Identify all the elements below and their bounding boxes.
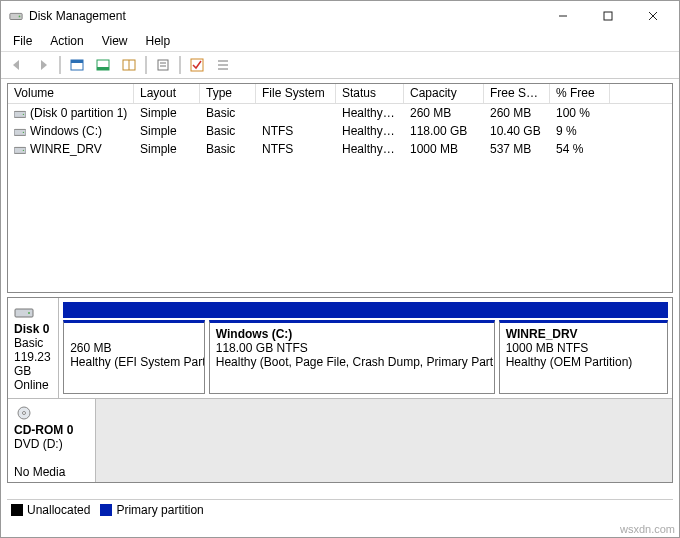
watermark: wsxdn.com [620,523,675,535]
legend-primary-label: Primary partition [116,503,203,517]
legend: Unallocated Primary partition [7,499,673,519]
volume-name: (Disk 0 partition 1) [30,106,127,120]
partition-title: WINRE_DRV [506,327,661,341]
volume-fs: NTFS [256,123,336,139]
window-title: Disk Management [29,9,540,23]
view-split-button[interactable] [117,54,141,76]
view-top-button[interactable] [65,54,89,76]
app-icon [9,9,23,23]
volume-fs: NTFS [256,141,336,157]
volume-type: Basic [200,141,256,157]
back-button[interactable] [5,54,29,76]
volume-free: 260 MB [484,105,550,121]
legend-unallocated-label: Unallocated [27,503,90,517]
close-button[interactable] [630,1,675,31]
svg-rect-25 [15,309,33,317]
svg-rect-15 [191,59,203,71]
volume-row[interactable]: Windows (C:)SimpleBasicNTFSHealthy (B...… [8,122,672,140]
partition-sub: 260 MB [70,341,198,355]
col-type[interactable]: Type [200,84,256,103]
partition-detail: Healthy (EFI System Part [70,355,198,369]
disk-row[interactable]: Disk 0Basic119.23 GBOnline 260 MBHealthy… [8,298,672,399]
col-layout[interactable]: Layout [134,84,200,103]
svg-point-28 [23,412,26,415]
legend-unallocated-swatch [11,504,23,516]
legend-primary-swatch [100,504,112,516]
menu-bar: File Action View Help [1,31,679,51]
volume-layout: Simple [134,141,200,157]
disk-state: No Media [14,465,89,479]
volume-name: WINRE_DRV [30,142,102,156]
svg-rect-19 [14,111,26,117]
minimize-button[interactable] [540,1,585,31]
col-status[interactable]: Status [336,84,404,103]
disk-kind: DVD (D:) [14,437,89,451]
col-fs[interactable]: File System [256,84,336,103]
volume-pct: 100 % [550,105,610,121]
maximize-button[interactable] [585,1,630,31]
volume-status: Healthy (E... [336,105,404,121]
partition-sub: 1000 MB NTFS [506,341,661,355]
partition-zone [96,399,672,483]
volume-row[interactable]: (Disk 0 partition 1)SimpleBasicHealthy (… [8,104,672,122]
menu-help[interactable]: Help [138,33,179,49]
disk-size: 119.23 GB [14,350,52,378]
svg-point-1 [19,16,21,18]
svg-rect-12 [158,60,168,70]
volume-capacity: 118.00 GB [404,123,484,139]
toolbar [1,51,679,79]
volume-list-header[interactable]: Volume Layout Type File System Status Ca… [8,84,672,104]
list-button[interactable] [211,54,235,76]
partition-zone: 260 MBHealthy (EFI System PartWindows (C… [59,298,672,398]
partition-bar [63,302,668,318]
volume-type: Basic [200,123,256,139]
volume-status: Healthy (... [336,141,404,157]
disk-info[interactable]: CD-ROM 0DVD (D:)No Media [8,399,96,483]
svg-rect-9 [97,67,109,70]
volume-free: 10.40 GB [484,123,550,139]
volume-list[interactable]: Volume Layout Type File System Status Ca… [7,83,673,293]
partition-box[interactable]: Windows (C:)118.00 GB NTFSHealthy (Boot,… [209,320,495,394]
disk-state: Online [14,378,52,392]
svg-point-20 [23,114,24,115]
volume-capacity: 260 MB [404,105,484,121]
menu-file[interactable]: File [5,33,40,49]
svg-rect-3 [604,12,612,20]
volume-capacity: 1000 MB [404,141,484,157]
disk-name: Disk 0 [14,322,52,336]
forward-button[interactable] [31,54,55,76]
partition-sub: 118.00 GB NTFS [216,341,488,355]
check-button[interactable] [185,54,209,76]
separator [179,56,181,74]
partition-detail: Healthy (OEM Partition) [506,355,661,369]
volume-type: Basic [200,105,256,121]
col-free[interactable]: Free Spa... [484,84,550,103]
partition-box[interactable]: 260 MBHealthy (EFI System Part [63,320,205,394]
col-volume[interactable]: Volume [8,84,134,103]
properties-button[interactable] [151,54,175,76]
volume-pct: 9 % [550,123,610,139]
partition-title: Windows (C:) [216,327,488,341]
col-pct[interactable]: % Free [550,84,610,103]
col-capacity[interactable]: Capacity [404,84,484,103]
svg-point-24 [23,150,24,151]
view-bottom-button[interactable] [91,54,115,76]
partition-box[interactable]: WINRE_DRV1000 MB NTFSHealthy (OEM Partit… [499,320,668,394]
separator [59,56,61,74]
volume-pct: 54 % [550,141,610,157]
disk-name: CD-ROM 0 [14,423,89,437]
disk-graphical-view[interactable]: Disk 0Basic119.23 GBOnline 260 MBHealthy… [7,297,673,483]
volume-layout: Simple [134,105,200,121]
separator [145,56,147,74]
disk-kind: Basic [14,336,52,350]
disk-info[interactable]: Disk 0Basic119.23 GBOnline [8,298,59,398]
volume-row[interactable]: WINRE_DRVSimpleBasicNTFSHealthy (...1000… [8,140,672,158]
volume-name: Windows (C:) [30,124,102,138]
svg-rect-7 [71,60,83,63]
title-bar: Disk Management [1,1,679,31]
svg-point-26 [28,312,30,314]
disk-row[interactable]: CD-ROM 0DVD (D:)No Media [8,399,672,483]
menu-view[interactable]: View [94,33,136,49]
menu-action[interactable]: Action [42,33,91,49]
svg-point-22 [23,132,24,133]
